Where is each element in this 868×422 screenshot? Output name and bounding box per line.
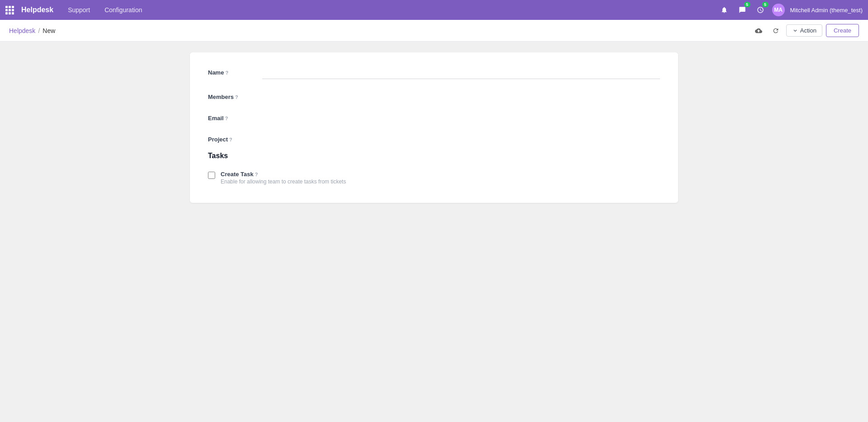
refresh-icon[interactable] bbox=[769, 24, 783, 38]
breadcrumb-current: New bbox=[42, 27, 55, 34]
create-task-row: Create Task ? Enable for allowing team t… bbox=[208, 167, 660, 188]
email-help-icon[interactable]: ? bbox=[225, 116, 228, 121]
chat-badge: 5 bbox=[744, 2, 750, 7]
subheader-actions: Action Create bbox=[752, 24, 859, 38]
create-task-checkbox[interactable] bbox=[208, 172, 215, 179]
name-label: Name ? bbox=[208, 69, 262, 76]
members-label: Members ? bbox=[208, 94, 262, 100]
name-help-icon[interactable]: ? bbox=[225, 70, 228, 75]
breadcrumb-separator: / bbox=[38, 27, 40, 34]
clock-badge: 5 bbox=[762, 2, 769, 7]
project-label: Project ? bbox=[208, 136, 262, 143]
members-help-icon[interactable]: ? bbox=[235, 94, 238, 100]
name-row: Name ? bbox=[208, 67, 660, 79]
nav-configuration[interactable]: Configuration bbox=[101, 5, 146, 15]
cloud-upload-icon[interactable] bbox=[752, 24, 765, 38]
app-name[interactable]: Helpdesk bbox=[21, 6, 53, 14]
create-task-help-icon[interactable]: ? bbox=[255, 172, 258, 177]
breadcrumb: Helpdesk / New bbox=[9, 27, 55, 34]
tasks-section-title: Tasks bbox=[208, 152, 660, 160]
create-task-label: Create Task ? bbox=[221, 171, 346, 178]
navbar: Helpdesk Support Configuration 5 5 MA Mi… bbox=[0, 0, 868, 20]
email-row: Email ? bbox=[208, 109, 660, 122]
nav-support[interactable]: Support bbox=[64, 5, 94, 15]
action-button[interactable]: Action bbox=[786, 24, 822, 37]
apps-icon[interactable] bbox=[5, 6, 14, 14]
tasks-section: Tasks Create Task ? Enable for allowing … bbox=[208, 152, 660, 188]
project-row: Project ? bbox=[208, 131, 660, 143]
name-input-wrap bbox=[262, 67, 660, 79]
create-button[interactable]: Create bbox=[826, 24, 859, 37]
email-label: Email ? bbox=[208, 115, 262, 122]
navbar-right: 5 5 MA Mitchell Admin (theme_test) bbox=[718, 4, 863, 16]
subheader: Helpdesk / New Action Create bbox=[0, 20, 868, 42]
navbar-left: Helpdesk Support Configuration bbox=[5, 5, 146, 15]
project-field[interactable] bbox=[262, 131, 660, 141]
avatar[interactable]: MA bbox=[772, 4, 785, 16]
members-field[interactable] bbox=[262, 88, 660, 99]
form-card: Name ? Members ? Email ? bbox=[190, 52, 678, 203]
main-content: Name ? Members ? Email ? bbox=[0, 42, 868, 422]
email-field[interactable] bbox=[262, 109, 660, 120]
name-input[interactable] bbox=[262, 67, 660, 79]
project-help-icon[interactable]: ? bbox=[229, 137, 232, 142]
action-label: Action bbox=[800, 27, 816, 34]
breadcrumb-parent[interactable]: Helpdesk bbox=[9, 27, 35, 34]
chat-icon[interactable]: 5 bbox=[736, 4, 749, 16]
clock-icon[interactable]: 5 bbox=[754, 4, 767, 16]
create-task-label-wrap: Create Task ? Enable for allowing team t… bbox=[221, 171, 346, 185]
user-name[interactable]: Mitchell Admin (theme_test) bbox=[790, 7, 863, 14]
members-row: Members ? bbox=[208, 88, 660, 100]
create-task-desc: Enable for allowing team to create tasks… bbox=[221, 178, 346, 185]
bell-icon[interactable] bbox=[718, 4, 731, 16]
